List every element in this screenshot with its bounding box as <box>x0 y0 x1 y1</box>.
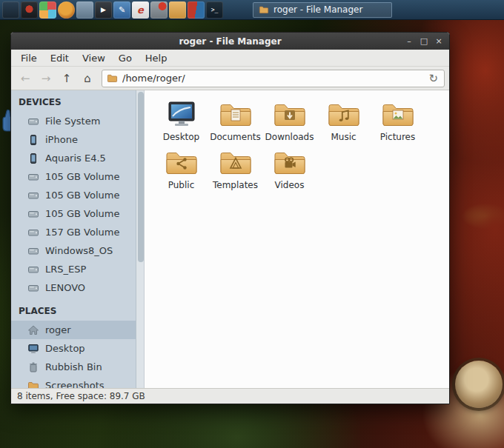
file-item-downloads[interactable]: Downloads <box>262 100 316 142</box>
text-editor-icon[interactable]: ✎ <box>113 1 130 19</box>
sidebar-item-label: Rubbish Bin <box>45 361 102 372</box>
scrollbar-thumb[interactable] <box>138 92 144 262</box>
top-panel: ▶ ✎ e >_ roger - File Manager <box>0 0 504 20</box>
phone-icon <box>27 134 39 146</box>
file-item-desktop[interactable]: Desktop <box>154 100 208 142</box>
file-item-videos[interactable]: Videos <box>262 148 316 190</box>
sidebar-item-label: Screenshots <box>45 380 105 388</box>
menubar: File Edit View Go Help <box>11 50 449 67</box>
pictures-folder-icon <box>380 100 416 130</box>
sidebar-item-rubbish-bin[interactable]: Rubbish Bin <box>11 358 136 376</box>
menu-file[interactable]: File <box>14 51 44 65</box>
drive-icon <box>27 245 39 257</box>
file-item-music[interactable]: Music <box>316 100 371 142</box>
sidebar-scrollbar[interactable] <box>136 90 145 388</box>
file-label: Desktop <box>163 132 200 142</box>
power-icon[interactable] <box>21 1 38 19</box>
music-folder-icon <box>326 100 362 130</box>
file-item-documents[interactable]: Documents <box>208 100 262 142</box>
trash-icon <box>27 361 39 373</box>
app-grid-icon[interactable] <box>39 1 56 19</box>
sidebar-item-label: roger <box>45 324 71 335</box>
screen-icon[interactable] <box>2 1 19 19</box>
taskbar-item-file-manager[interactable]: roger - File Manager <box>253 2 392 18</box>
file-label: Public <box>168 180 195 190</box>
sidebar-item-label: iPhone <box>45 134 78 145</box>
sidebar-item-label: 105 GB Volume <box>45 208 119 219</box>
sidebar-item-label: LENOVO <box>45 282 85 293</box>
launcher-glyph: >_ <box>211 7 219 13</box>
sidebar: DEVICES File System iPhone Aquaris E4.5 … <box>11 90 136 388</box>
media-center-icon[interactable] <box>188 1 205 19</box>
sidebar-item-roger[interactable]: roger <box>11 321 136 339</box>
forward-button[interactable]: → <box>36 70 56 87</box>
window-content: DEVICES File System iPhone Aquaris E4.5 … <box>11 90 449 388</box>
file-item-templates[interactable]: Templates <box>208 148 262 190</box>
sidebar-item-desktop[interactable]: Desktop <box>11 339 136 358</box>
sidebar-item-iphone[interactable]: iPhone <box>11 130 136 149</box>
package-icon[interactable] <box>150 1 168 19</box>
reload-icon[interactable]: ↻ <box>427 72 440 85</box>
menu-view[interactable]: View <box>76 51 112 65</box>
file-label: Templates <box>213 180 258 190</box>
places-header: PLACES <box>11 297 136 321</box>
sidebar-item-label: 157 GB Volume <box>45 227 119 238</box>
sidebar-item-label: File System <box>45 116 100 127</box>
drive-icon <box>27 171 39 183</box>
sidebar-item-lrs-esp[interactable]: LRS_ESP <box>11 260 136 278</box>
folder-icon <box>27 380 39 389</box>
drive-icon <box>27 208 39 220</box>
sidebar-item-volume-4[interactable]: 157 GB Volume <box>11 223 136 241</box>
sidebar-item-lenovo[interactable]: LENOVO <box>11 278 136 297</box>
up-button[interactable]: ↑ <box>57 70 76 87</box>
path-bar[interactable]: ↻ <box>102 70 445 87</box>
videos-folder-icon <box>272 148 308 178</box>
statusbar-text: 8 items, Free space: 89.7 GB <box>17 391 145 401</box>
sidebar-item-screenshots[interactable]: Screenshots <box>11 376 136 388</box>
launcher-glyph: ▶ <box>101 6 106 13</box>
taskbar-item-label: roger - File Manager <box>273 4 362 15</box>
launcher-glyph: ✎ <box>119 5 125 15</box>
minimize-button[interactable]: – <box>403 36 415 47</box>
sidebar-item-label: LRS_ESP <box>45 264 86 275</box>
toolbar: ← → ↑ ⌂ ↻ <box>11 67 449 90</box>
browser-icon[interactable] <box>58 1 75 19</box>
desktop-icon <box>164 100 199 130</box>
file-label: Downloads <box>265 132 314 142</box>
window-title: roger - File Manager <box>11 36 449 47</box>
file-label: Music <box>331 132 356 142</box>
folder-icon <box>259 4 269 15</box>
menu-edit[interactable]: Edit <box>44 51 76 65</box>
terminal-icon[interactable]: >_ <box>206 1 223 19</box>
media-player-icon[interactable]: ▶ <box>95 1 112 19</box>
sidebar-item-volume-2[interactable]: 105 GB Volume <box>11 186 136 204</box>
sidebar-item-file-system[interactable]: File System <box>11 112 136 130</box>
close-button[interactable]: × <box>433 36 445 47</box>
window-controls: – □ × <box>403 36 449 47</box>
drive-icon <box>27 264 39 275</box>
file-view: Desktop Documents Downloads <box>145 90 449 388</box>
files-icon[interactable] <box>169 1 186 19</box>
mail-icon[interactable] <box>76 1 93 19</box>
wallpaper-emblem <box>455 361 503 408</box>
menu-go[interactable]: Go <box>112 51 139 65</box>
home-icon <box>27 324 39 336</box>
sidebar-item-aquaris[interactable]: Aquaris E4.5 <box>11 149 136 167</box>
sidebar-item-volume-3[interactable]: 105 GB Volume <box>11 204 136 223</box>
back-button[interactable]: ← <box>16 70 35 87</box>
maximize-button[interactable]: □ <box>418 36 430 47</box>
folder-icon <box>107 73 118 84</box>
titlebar[interactable]: roger - File Manager – □ × <box>11 33 449 50</box>
menu-help[interactable]: Help <box>139 51 174 65</box>
drive-icon <box>27 116 39 127</box>
sidebar-item-windows8-os[interactable]: Windows8_OS <box>11 241 136 260</box>
sidebar-item-volume-1[interactable]: 105 GB Volume <box>11 167 136 186</box>
web-icon[interactable]: e <box>132 1 149 19</box>
sidebar-item-label: Aquaris E4.5 <box>45 153 106 164</box>
file-item-pictures[interactable]: Pictures <box>371 100 425 142</box>
home-button[interactable]: ⌂ <box>78 70 97 87</box>
file-item-public[interactable]: Public <box>154 148 208 190</box>
path-input[interactable] <box>122 73 422 84</box>
sidebar-item-label: 105 GB Volume <box>45 171 119 182</box>
drive-icon <box>27 227 39 238</box>
